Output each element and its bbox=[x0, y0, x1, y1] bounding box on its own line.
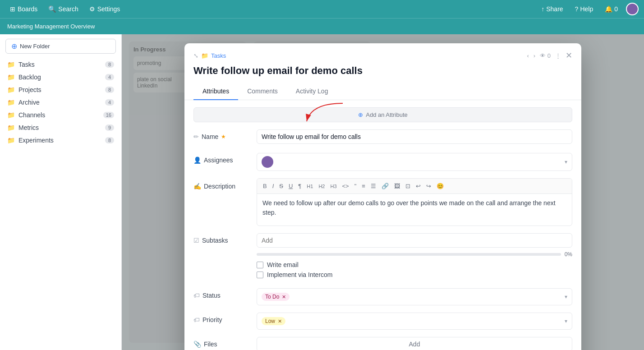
modal-tabs: Attributes Comments Activity Log bbox=[184, 83, 581, 100]
folder-icon: 📁 bbox=[7, 61, 15, 68]
code-button[interactable]: <> bbox=[340, 181, 351, 191]
priority-remove-button[interactable]: ✕ bbox=[278, 318, 282, 324]
sub-nav-title: Marketing Management Overview bbox=[7, 23, 95, 30]
share-button[interactable]: ↑ Share bbox=[538, 4, 566, 14]
folder-icon: 📁 bbox=[7, 137, 15, 144]
breadcrumb-folder-icon: 📁 bbox=[201, 52, 208, 59]
nav-prev-icon[interactable]: ‹ bbox=[527, 52, 529, 59]
breadcrumb-tasks-link[interactable]: Tasks bbox=[211, 52, 226, 59]
h3-button[interactable]: H3 bbox=[328, 182, 339, 190]
status-tag: To Do ✕ bbox=[262, 293, 290, 301]
paragraph-button[interactable]: ¶ bbox=[296, 181, 304, 191]
undo-button[interactable]: ↩ bbox=[414, 181, 423, 191]
description-text[interactable]: We need to follow up after our demo call… bbox=[257, 194, 572, 226]
priority-attribute-row: 🏷 Priority Low ✕ ▾ bbox=[193, 313, 572, 330]
user-avatar[interactable] bbox=[626, 3, 639, 15]
priority-select[interactable]: Low ✕ ▾ bbox=[257, 313, 572, 330]
folder-icon: 📁 bbox=[7, 124, 15, 131]
assignees-label: 👤 Assignees bbox=[193, 153, 257, 164]
strikethrough-button[interactable]: S bbox=[277, 181, 285, 191]
search-nav-item[interactable]: 🔍 Search bbox=[44, 4, 83, 14]
status-select[interactable]: To Do ✕ ▾ bbox=[257, 288, 572, 305]
subtask-label: Implement via Intercom bbox=[267, 271, 333, 278]
help-icon: ? bbox=[575, 5, 579, 13]
top-navigation: ⊞ Boards 🔍 Search ⚙ Settings ↑ Share ? H… bbox=[0, 0, 644, 18]
views-icon[interactable]: 👁 0 bbox=[540, 52, 551, 59]
archive-badge: 4 bbox=[105, 99, 114, 106]
emoji-button[interactable]: 😊 bbox=[434, 181, 446, 191]
description-attribute-row: ✍ Description B I S U ¶ bbox=[193, 178, 572, 226]
modal-body: ⊕ Add an Attribute ✏ Name ★ bbox=[184, 100, 581, 350]
h2-button[interactable]: H2 bbox=[316, 182, 327, 190]
status-value: To Do bbox=[265, 294, 279, 300]
add-attribute-bar[interactable]: ⊕ Add an Attribute bbox=[193, 107, 572, 122]
image-button[interactable]: 🖼 bbox=[392, 181, 402, 191]
modal-overlay[interactable]: ⤡ 📁 Tasks ‹ › 👁 0 ⋮ ✕ Write follow up em… bbox=[122, 34, 644, 350]
sidebar-item-projects[interactable]: 📁 Projects 8 bbox=[0, 83, 121, 96]
bold-button[interactable]: B bbox=[261, 181, 269, 191]
subtask-add-input[interactable] bbox=[257, 233, 572, 248]
sidebar-item-label: Channels bbox=[18, 111, 45, 119]
priority-icon: 🏷 bbox=[193, 316, 200, 323]
sidebar-item-metrics[interactable]: 📁 Metrics 9 bbox=[0, 121, 121, 134]
subtasks-progress-bar: 0% bbox=[257, 251, 572, 258]
tab-comments[interactable]: Comments bbox=[238, 83, 287, 100]
notifications-button[interactable]: 🔔 0 bbox=[601, 4, 621, 14]
link-button[interactable]: 🔗 bbox=[379, 181, 391, 191]
content-area: In Progress promoting plate on socialLin… bbox=[122, 34, 644, 350]
files-label: 📎 Files bbox=[193, 337, 257, 348]
folder-icon: 📁 bbox=[7, 111, 15, 119]
close-icon[interactable]: ✕ bbox=[566, 51, 572, 60]
sidebar-item-channels[interactable]: 📁 Channels 16 bbox=[0, 109, 121, 121]
breadcrumb: ⤡ 📁 Tasks ‹ › 👁 0 ⋮ ✕ bbox=[193, 51, 572, 60]
chevron-down-icon: ▾ bbox=[565, 318, 567, 324]
subtask-item-intercom: Implement via Intercom bbox=[257, 271, 572, 278]
more-options-icon[interactable]: ⋮ bbox=[555, 52, 561, 59]
subtask-checkbox[interactable] bbox=[257, 272, 263, 278]
unordered-list-button[interactable]: ≡ bbox=[359, 181, 368, 191]
sidebar-item-archive[interactable]: 📁 Archive 4 bbox=[0, 96, 121, 109]
tab-attributes[interactable]: Attributes bbox=[193, 83, 238, 100]
task-modal: ⤡ 📁 Tasks ‹ › 👁 0 ⋮ ✕ Write follow up em… bbox=[184, 43, 581, 350]
subtasks-label: ☑ Subtasks bbox=[193, 233, 257, 244]
assignees-attribute-row: 👤 Assignees ▾ bbox=[193, 153, 572, 171]
name-attribute-row: ✏ Name ★ bbox=[193, 129, 572, 146]
help-label: Help bbox=[580, 5, 593, 13]
metrics-badge: 9 bbox=[105, 124, 114, 131]
tab-activity-log[interactable]: Activity Log bbox=[287, 83, 337, 100]
subtask-checkbox[interactable] bbox=[257, 262, 263, 268]
settings-nav-item[interactable]: ⚙ Settings bbox=[85, 4, 125, 14]
sidebar-item-backlog[interactable]: 📁 Backlog 4 bbox=[0, 71, 121, 83]
redo-button[interactable]: ↪ bbox=[424, 181, 433, 191]
status-remove-button[interactable]: ✕ bbox=[282, 294, 286, 300]
boards-icon: ⊞ bbox=[10, 5, 15, 13]
assignee-avatar bbox=[262, 156, 273, 168]
priority-tag: Low ✕ bbox=[262, 317, 285, 325]
name-label: ✏ Name ★ bbox=[193, 129, 257, 140]
media-button[interactable]: ⊡ bbox=[403, 181, 413, 191]
nav-next-icon[interactable]: › bbox=[534, 52, 535, 59]
breadcrumb-collapse-icon[interactable]: ⤡ bbox=[193, 52, 198, 59]
ordered-list-button[interactable]: ☰ bbox=[368, 181, 378, 191]
italic-button[interactable]: I bbox=[270, 181, 276, 191]
name-input[interactable] bbox=[257, 129, 572, 144]
assignees-select[interactable]: ▾ bbox=[257, 153, 572, 171]
modal-title: Write follow up email for demo calls bbox=[193, 65, 363, 77]
new-folder-button[interactable]: ⊕ New Folder bbox=[5, 39, 116, 54]
edit-icon: ✏ bbox=[193, 133, 199, 140]
h1-button[interactable]: H1 bbox=[304, 182, 315, 190]
folder-icon: 📁 bbox=[7, 99, 15, 106]
help-button[interactable]: ? Help bbox=[571, 4, 597, 14]
blockquote-button[interactable]: " bbox=[352, 181, 359, 191]
priority-value: Low bbox=[265, 318, 275, 324]
sidebar-item-experiments[interactable]: 📁 Experiments 8 bbox=[0, 134, 121, 147]
priority-label: 🏷 Priority bbox=[193, 313, 257, 323]
files-add-button[interactable]: Add bbox=[257, 337, 572, 350]
settings-label: Settings bbox=[97, 5, 120, 13]
boards-nav-item[interactable]: ⊞ Boards bbox=[5, 4, 42, 14]
tag-icon: 🏷 bbox=[193, 292, 200, 299]
underline-button[interactable]: U bbox=[286, 181, 295, 191]
sidebar-item-tasks[interactable]: 📁 Tasks 8 bbox=[0, 58, 121, 71]
sidebar-item-label: Projects bbox=[18, 86, 41, 93]
sidebar-item-label: Backlog bbox=[18, 74, 41, 81]
